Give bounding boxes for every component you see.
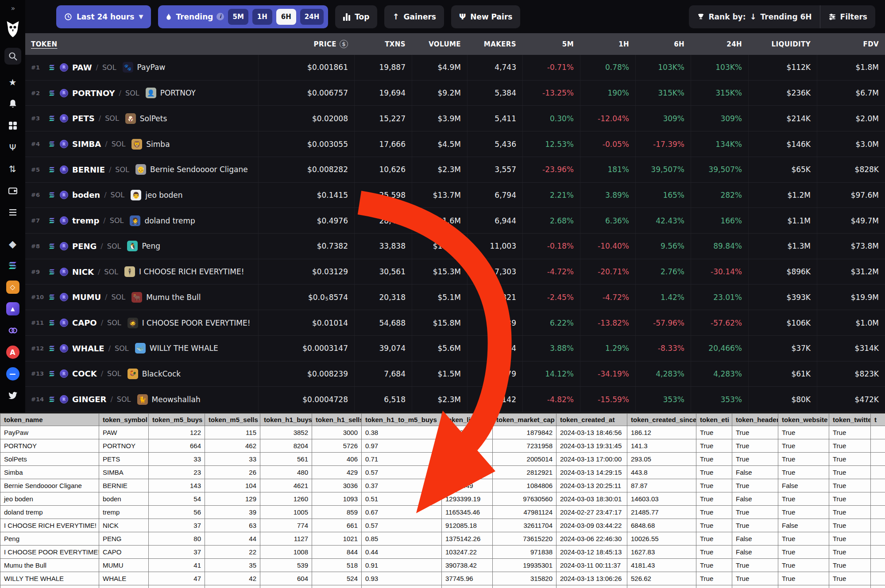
- fdv-cell: $97.6M: [817, 183, 885, 208]
- token-row[interactable]: #4RSIMBA/SOL🦁Simba$0.00305517,666$4.5M5,…: [25, 131, 885, 157]
- col-6h[interactable]: 6H: [635, 33, 691, 55]
- liquidity-cell: $1.3M: [748, 234, 817, 259]
- df-col-token_m5_sells: token_m5_sells: [205, 414, 260, 426]
- trending-group: Trending i 5M 1H 6H 24H: [158, 5, 328, 28]
- makers-cell: 6,794: [467, 183, 522, 208]
- change-6h-cell: -8.33%: [635, 336, 691, 361]
- token-row[interactable]: #3RPETS/SOL🐶SolPets$0.0200815,227$3.9M5,…: [25, 106, 885, 131]
- token-row[interactable]: #10RMUMU/SOL🐂Mumu the Bull$0.05857420,31…: [25, 284, 885, 310]
- token-row[interactable]: #1RPAW/SOL🐾PayPaw$0.00186119,887$4.9M4,7…: [25, 55, 885, 81]
- token-avatar: 🐓: [128, 369, 138, 379]
- df-cell: Simba: [0, 466, 99, 479]
- change-1h-cell: 1.29%: [580, 336, 635, 361]
- trending-tab[interactable]: Trending i: [165, 12, 224, 21]
- dataframe-row: PayPawPAW122115385230000.38112432.321879…: [0, 426, 885, 439]
- token-row[interactable]: #7Rtremp/SOL🤵doland tremp$0.497628,459$1…: [25, 208, 885, 234]
- chain-solana-icon[interactable]: [5, 257, 21, 273]
- token-row[interactable]: #11RCAPO/SOL🧔I CHOOSE POOR EVERYTIME!$0.…: [25, 310, 885, 336]
- token-row[interactable]: #14RGINGER/SOL🐈Meowshallah$0.00047286,51…: [25, 387, 885, 412]
- df-cell: PORTNOY: [99, 439, 149, 453]
- token-symbol: COCK: [72, 369, 97, 378]
- chevron-down-icon: ▼: [139, 13, 143, 20]
- df-cell: 1127: [260, 532, 312, 546]
- token-row[interactable]: #13RCOCK/SOL🐓BlackCock$0.0082397,684$1.5…: [25, 361, 885, 387]
- interval-1h-button[interactable]: 1H: [252, 9, 272, 25]
- change-6h-cell: 315K%: [635, 81, 691, 106]
- df-cell: 1093: [312, 492, 362, 506]
- token-row[interactable]: #5RBERNIE/SOL👴Bernie Sendoooor Cligane$0…: [25, 157, 885, 183]
- chain-purple-icon[interactable]: ▲: [5, 301, 21, 317]
- dataframe-row: PORTNOYPORTNOY664462820457260.97236169.2…: [0, 439, 885, 453]
- col-24h[interactable]: 24H: [691, 33, 748, 55]
- chain-orange-icon[interactable]: ◇: [5, 279, 21, 295]
- df-cell: True: [778, 453, 829, 466]
- solana-chain-icon: [48, 64, 56, 71]
- telegram-icon[interactable]: [5, 409, 21, 412]
- filters-button[interactable]: Filters: [820, 12, 875, 21]
- col-1h[interactable]: 1H: [580, 33, 635, 55]
- alerts-bell-icon[interactable]: [5, 96, 21, 112]
- txns-cell: 7,684: [354, 361, 412, 387]
- col-5m[interactable]: 5M: [522, 33, 580, 55]
- df-cell: I CHOOSE POOR EVERYTIME!: [0, 546, 99, 559]
- interval-5m-button[interactable]: 5M: [228, 9, 248, 25]
- apps-grid-icon[interactable]: [5, 118, 21, 134]
- time-range-dropdown[interactable]: Last 24 hours ▼: [56, 5, 151, 28]
- interval-6h-button[interactable]: 6H: [276, 9, 296, 25]
- usd-toggle-icon[interactable]: $: [340, 40, 348, 48]
- token-row[interactable]: #8RPENG/SOL🐧Peng$0.738233,838$10.4M11,00…: [25, 234, 885, 259]
- new-pairs-tab[interactable]: Ψ New Pairs: [451, 5, 520, 28]
- col-makers[interactable]: MAKERS: [467, 33, 522, 55]
- app-logo: [5, 18, 21, 41]
- df-cell: 1260: [260, 492, 312, 506]
- top-tab[interactable]: Top: [335, 5, 377, 28]
- token-cell: #13RCOCK/SOL🐓BlackCock: [25, 361, 258, 387]
- search-icon[interactable]: [4, 48, 21, 65]
- new-pairs-fork-icon[interactable]: Ψ: [5, 139, 21, 155]
- col-price[interactable]: PRICE: [314, 40, 336, 48]
- token-avatar: 🤵: [130, 215, 140, 226]
- list-icon[interactable]: [5, 204, 21, 220]
- price-value: $0.001861: [307, 63, 348, 72]
- pair-separator: /: [108, 344, 111, 353]
- chain-blue-icon[interactable]: −: [5, 366, 21, 382]
- gainers-tab[interactable]: ↑ Gainers: [384, 5, 444, 28]
- col-volume[interactable]: VOLUME: [412, 33, 467, 55]
- expand-icon[interactable]: »: [5, 3, 21, 13]
- favorites-star-icon[interactable]: ★: [5, 74, 21, 90]
- df-cell: [871, 492, 885, 506]
- df-cell: 2024-03-13 13:06:26: [557, 572, 627, 585]
- rank-number: #1: [31, 64, 44, 71]
- chain-ethereum-icon[interactable]: ◆: [5, 236, 21, 252]
- dex-icon: R: [60, 89, 68, 97]
- col-liquidity[interactable]: LIQUIDITY: [748, 33, 817, 55]
- change-6h-cell: -57.96%: [635, 310, 691, 335]
- txns-cell: 20,318: [354, 284, 412, 310]
- col-fdv[interactable]: FDV: [817, 33, 885, 55]
- sort-arrows-icon[interactable]: ⇅: [5, 161, 21, 177]
- wallet-icon[interactable]: [5, 183, 21, 199]
- df-cell: True: [732, 519, 778, 532]
- col-txns[interactable]: TXNS: [354, 33, 412, 55]
- df-cell: 0.97: [362, 439, 442, 453]
- df-cell: True: [732, 426, 778, 439]
- token-row[interactable]: #9RNICK/SOL🕴I CHOOSE RICH EVERYTIME!$0.0…: [25, 259, 885, 285]
- token-row[interactable]: #2RPORTNOY/SOL👤PORTNOY$0.00675719,694$9.…: [25, 81, 885, 106]
- dataframe-row: SimbaSIMBA23264804290.57146254.452812921…: [0, 466, 885, 479]
- chain-polygon-icon[interactable]: [5, 323, 21, 338]
- info-icon: i: [216, 13, 224, 20]
- interval-24h-button[interactable]: 24H: [300, 9, 324, 25]
- rank-by-button[interactable]: Rank by: ↓ Trending 6H: [689, 12, 820, 21]
- token-name: Peng: [142, 242, 160, 250]
- df-cell: PORTNOY: [0, 439, 99, 453]
- col-token[interactable]: TOKEN: [31, 40, 57, 48]
- quote-symbol: SOL: [111, 293, 125, 301]
- chain-avalanche-icon[interactable]: A: [5, 344, 21, 360]
- df-cell: True: [732, 506, 778, 519]
- token-row[interactable]: #6Rboden/SOL👨jeo boden$0.141525,598$13.7…: [25, 183, 885, 208]
- token-row[interactable]: #12RWHALE/SOL🐳WILLY THE WHALE$0.00031473…: [25, 336, 885, 361]
- dataframe-header-row: token_nametoken_symboltoken_m5_buystoken…: [0, 414, 885, 426]
- twitter-icon[interactable]: [5, 388, 21, 404]
- solana-chain-icon: [48, 345, 56, 352]
- df-col-token_m5_buys: token_m5_buys: [149, 414, 205, 426]
